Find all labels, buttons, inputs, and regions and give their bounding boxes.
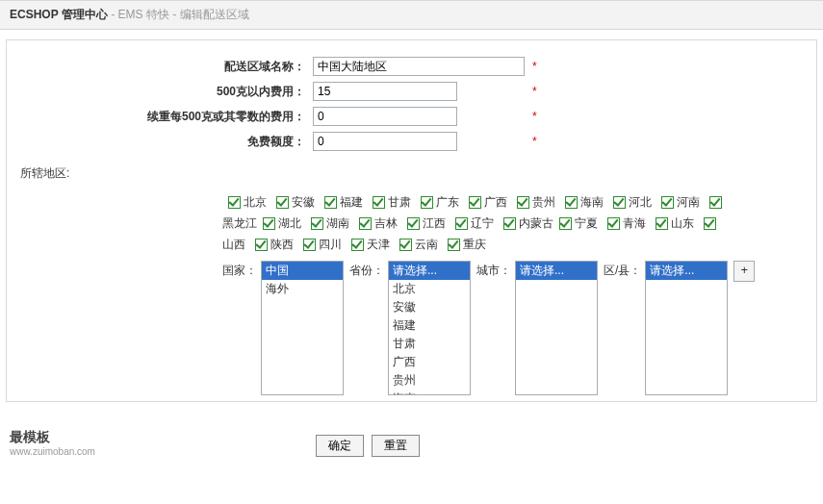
region-label: 安徽 [292, 191, 319, 213]
select-province[interactable]: 请选择...北京安徽福建甘肃广西贵州海南河北 [388, 261, 471, 395]
region-checkbox[interactable] [421, 196, 433, 209]
region-checkbox[interactable] [565, 196, 578, 209]
region-label: 黑龙江 [222, 213, 257, 234]
app-title: ECSHOP 管理中心 [10, 8, 108, 21]
select-district[interactable]: 请选择... [645, 261, 728, 395]
region-checkbox[interactable] [469, 196, 481, 209]
region-checkbox[interactable] [311, 217, 323, 230]
region-label: 福建 [340, 191, 367, 213]
region-label: 重庆 [463, 234, 490, 255]
region-checkbox[interactable] [399, 239, 412, 251]
listbox-option[interactable]: 甘肃 [389, 335, 470, 353]
required-mark: * [528, 54, 541, 79]
region-checkbox[interactable] [351, 239, 364, 251]
region-checkbox[interactable] [228, 196, 241, 209]
region-checkbox[interactable] [455, 217, 468, 230]
region-label: 辽宁 [471, 213, 498, 234]
region-label: 吉林 [374, 213, 401, 234]
region-label: 陕西 [270, 234, 297, 255]
region-checkbox[interactable] [656, 217, 668, 230]
listbox-option[interactable]: 中国 [262, 262, 343, 280]
label-fee500: 500克以内费用： [20, 79, 309, 104]
brand-name: 最模板 [10, 429, 95, 446]
listbox-option[interactable]: 北京 [389, 280, 470, 298]
region-checkbox[interactable] [709, 196, 722, 209]
region-label: 广东 [436, 191, 463, 213]
area-form: 配送区域名称： * 500克以内费用： * 续重每500克或其零数的费用： * … [20, 54, 541, 154]
region-checkbox[interactable] [661, 196, 674, 209]
region-label: 河北 [629, 191, 656, 213]
label-free: 免费额度： [20, 129, 309, 154]
label-cont500: 续重每500克或其零数的费用： [20, 104, 309, 129]
label-country: 国家： [222, 261, 257, 279]
region-checkbox-area: 北京安徽福建甘肃广东广西贵州海南河北河南黑龙江湖北湖南吉林江西辽宁内蒙古宁夏青海… [20, 188, 803, 401]
region-checkbox[interactable] [503, 217, 516, 230]
input-cont500[interactable] [313, 107, 457, 126]
input-free[interactable] [313, 132, 457, 151]
breadcrumb: ECSHOP 管理中心 - EMS 特快 - 编辑配送区域 [0, 0, 823, 30]
input-area-name[interactable] [313, 57, 525, 76]
region-label: 贵州 [532, 191, 559, 213]
region-label: 山东 [671, 213, 698, 234]
region-label: 甘肃 [388, 191, 415, 213]
region-checkbox[interactable] [607, 217, 620, 230]
region-label: 北京 [244, 191, 270, 213]
listbox-option[interactable]: 贵州 [389, 371, 470, 390]
listbox-option[interactable]: 请选择... [516, 262, 597, 280]
region-label: 云南 [415, 234, 442, 255]
reset-button[interactable]: 重置 [372, 435, 420, 457]
label-area-name: 配送区域名称： [20, 54, 309, 79]
region-checkbox[interactable] [276, 196, 289, 209]
region-checkbox[interactable] [263, 217, 275, 230]
region-label: 内蒙古 [519, 213, 553, 234]
region-checkbox[interactable] [517, 196, 529, 209]
region-checkbox[interactable] [303, 239, 316, 251]
region-label: 山西 [222, 234, 249, 255]
select-city[interactable]: 请选择... [515, 261, 598, 395]
region-label: 河南 [677, 191, 704, 213]
regions-legend: 所辖地区: [20, 154, 803, 188]
footer: 最模板 www.zuimoban.com 确定 重置 [0, 402, 823, 465]
region-checkbox[interactable] [407, 217, 420, 230]
region-checkbox[interactable] [613, 196, 626, 209]
region-checkbox[interactable] [559, 217, 572, 230]
listbox-option[interactable]: 安徽 [389, 298, 470, 316]
brand-url: www.zuimoban.com [10, 446, 95, 457]
region-label: 广西 [484, 191, 511, 213]
label-district: 区/县： [604, 261, 641, 279]
region-checkbox[interactable] [448, 239, 460, 251]
input-fee500[interactable] [313, 82, 457, 101]
listbox-option[interactable]: 广西 [389, 353, 470, 371]
crumb-shipping: EMS 特快 [117, 8, 168, 21]
region-label: 四川 [319, 234, 346, 255]
region-label: 海南 [580, 191, 607, 213]
region-label: 江西 [423, 213, 450, 234]
listbox-option[interactable]: 福建 [389, 316, 470, 335]
listbox-option[interactable]: 海南 [389, 390, 470, 395]
listbox-option[interactable]: 请选择... [389, 262, 470, 280]
region-checkbox[interactable] [255, 239, 268, 251]
brand: 最模板 www.zuimoban.com [10, 429, 95, 457]
region-checkbox[interactable] [704, 217, 716, 230]
listbox-option[interactable]: 海外 [262, 280, 343, 298]
region-checkbox[interactable] [359, 217, 372, 230]
region-label: 青海 [623, 213, 650, 234]
region-label: 宁夏 [575, 213, 602, 234]
region-label: 湖南 [326, 213, 353, 234]
listbox-option[interactable]: 请选择... [646, 262, 727, 280]
label-province: 省份： [349, 261, 384, 279]
region-label: 天津 [367, 234, 394, 255]
add-region-button[interactable]: + [733, 261, 755, 282]
label-city: 城市： [476, 261, 511, 279]
region-checkbox[interactable] [373, 196, 385, 209]
region-checkbox[interactable] [324, 196, 337, 209]
crumb-action: 编辑配送区域 [180, 8, 249, 21]
select-country[interactable]: 中国海外 [261, 261, 344, 395]
submit-button[interactable]: 确定 [316, 435, 364, 457]
region-selectors: 国家： 中国海外 省份： 请选择...北京安徽福建甘肃广西贵州海南河北 城市： … [222, 261, 803, 401]
main-panel: 配送区域名称： * 500克以内费用： * 续重每500克或其零数的费用： * … [6, 39, 817, 402]
region-label: 湖北 [278, 213, 305, 234]
